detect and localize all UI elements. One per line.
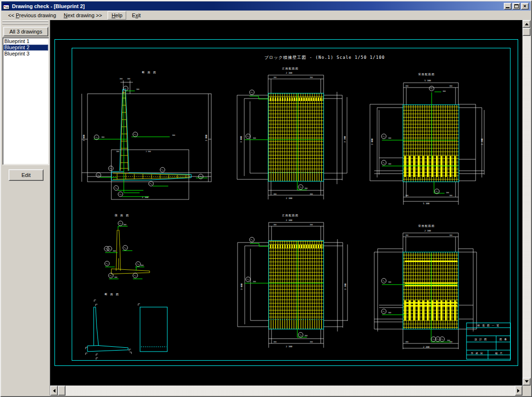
svg-text:3 300: 3 300 [344, 283, 347, 290]
window-title: Drawing check - [Blueprint 2] [10, 3, 504, 9]
section-rear-rebar-bottom: 2 300 300 300 300 300 2 300 300 300 300 … [374, 224, 477, 349]
title-block-row5b: 縮 尺 [495, 352, 503, 354]
svg-text:300: 300 [443, 90, 445, 92]
svg-text:3 000: 3 000 [205, 134, 207, 141]
menu-item-exit[interactable]: Exit [128, 11, 144, 19]
v-scrollbar [522, 20, 531, 386]
svg-text:5 300: 5 300 [423, 202, 430, 205]
svg-text:300: 300 [119, 78, 122, 80]
svg-text:300: 300 [273, 224, 276, 226]
svg-text:300: 300 [446, 192, 449, 194]
svg-text:300: 300 [388, 163, 391, 165]
svg-text:300: 300 [116, 151, 119, 153]
svg-text:3 000: 3 000 [240, 136, 242, 143]
svg-text:300: 300 [273, 77, 276, 78]
list-item-blueprint-2[interactable]: Blueprint 2 [3, 44, 48, 51]
rebar-grid [269, 241, 324, 329]
svg-text:300: 300 [114, 276, 117, 278]
maximize-icon [514, 4, 519, 8]
sheet-title: ブロック積擁壁工図 - (No.1) Scale 1/50 1/100 [264, 55, 385, 60]
svg-text:300: 300 [388, 281, 391, 283]
svg-text:背面配筋図: 背面配筋図 [418, 73, 435, 76]
svg-text:正面配筋図: 正面配筋図 [282, 67, 299, 70]
svg-text:300: 300 [310, 341, 313, 343]
section-wall-outline: 断 面 図 [86, 293, 167, 360]
blueprint-list[interactable]: Blueprint 1 Blueprint 2 Blueprint 3 [2, 37, 49, 165]
svg-text:300: 300 [405, 341, 408, 343]
svg-text:300: 300 [449, 234, 452, 236]
scroll-up-button[interactable] [522, 20, 531, 28]
svg-text:300: 300 [310, 224, 313, 226]
scroll-left-button[interactable] [50, 386, 58, 396]
svg-text:300: 300 [253, 137, 256, 139]
svg-text:300: 300 [136, 88, 139, 90]
section-rear-rebar-top: 5 300 300 300 3 000 3 300 5 300 300 300 … [370, 73, 484, 205]
svg-text:正面配筋図: 正面配筋図 [282, 214, 299, 217]
svg-text:2 300: 2 300 [286, 345, 293, 348]
section-front-rebar-top: 2 300 300 300 3 000 3 300 300 300 2 300 … [237, 67, 347, 199]
menu-bar: << Previous drawing Next drawing >> Help… [1, 11, 531, 20]
v-scroll-thumb[interactable] [522, 28, 531, 36]
section-front-rebar-bottom: 2 300 300 300 3 000 3 300 300 300 2 300 … [238, 214, 347, 348]
title-block-row3a: 設 計 図 [475, 338, 487, 341]
svg-text:300: 300 [113, 250, 116, 252]
title-block-row3b: 図 番 [499, 338, 507, 341]
h-scroll-track[interactable] [50, 386, 522, 396]
minimize-button[interactable] [504, 3, 511, 10]
svg-text:300: 300 [172, 134, 175, 136]
svg-text:5 300: 5 300 [424, 79, 431, 82]
svg-text:300: 300 [405, 85, 408, 87]
title-block-row5a: 作 成 日 [471, 352, 483, 355]
menu-item-next-drawing[interactable]: Next drawing >> [60, 11, 106, 19]
section-side-view: 300 300 300 300 側 面 図 [104, 214, 150, 279]
svg-text:300: 300 [405, 234, 408, 236]
close-button[interactable]: ✕ [521, 3, 529, 10]
svg-text:側 面 図: 側 面 図 [114, 214, 130, 217]
svg-text:2 300: 2 300 [286, 219, 293, 221]
title-block-row1: 構 造 図 一 覧 [477, 324, 499, 327]
svg-text:300: 300 [273, 193, 276, 195]
svg-text:300: 300 [304, 187, 307, 189]
cad-sheet: ブロック積擁壁工図 - (No.1) Scale 1/50 1/100 300 … [50, 20, 522, 386]
menu-item-previous-drawing[interactable]: << Previous drawing [4, 11, 60, 19]
edit-button[interactable]: Edit [9, 169, 43, 181]
maximize-button[interactable] [512, 3, 520, 10]
svg-text:3 000: 3 000 [83, 134, 85, 141]
app-window: Drawing check - [Blueprint 2] ✕ << Previ… [0, 0, 532, 397]
menu-item-help[interactable]: Help [108, 11, 126, 20]
arrow-down-icon [525, 380, 529, 385]
scrollbar-corner [522, 386, 531, 396]
svg-text:2 300: 2 300 [286, 197, 293, 199]
sidebar-gripper [2, 23, 48, 24]
svg-text:300: 300 [273, 341, 276, 343]
minimize-icon [506, 7, 510, 8]
svg-text:2 300: 2 300 [424, 230, 431, 232]
rebar-grid [268, 93, 324, 181]
title-bar: Drawing check - [Blueprint 2] ✕ [1, 1, 531, 11]
scroll-down-button[interactable] [522, 378, 531, 386]
svg-text:2 300: 2 300 [286, 72, 293, 74]
svg-text:300: 300 [127, 78, 130, 80]
svg-text:300: 300 [101, 136, 104, 138]
svg-text:300: 300 [388, 312, 391, 314]
arrow-left-icon [51, 389, 55, 393]
svg-text:断 面 図: 断 面 図 [142, 71, 157, 74]
scroll-right-button[interactable] [515, 386, 522, 396]
section-cross-section-main: 300 300 3 000 3 000 2 300 300 2 300 300 … [82, 71, 211, 199]
svg-text:3 300: 3 300 [481, 138, 483, 145]
h-scroll-thumb[interactable] [58, 386, 65, 396]
svg-text:300: 300 [388, 137, 391, 139]
window-controls: ✕ [504, 3, 530, 10]
h-scrollbar [50, 386, 522, 396]
list-item-blueprint-3[interactable]: Blueprint 3 [3, 51, 48, 57]
v-scroll-track[interactable] [522, 20, 531, 386]
svg-text:300: 300 [449, 85, 452, 87]
all-drawings-button[interactable]: All 3 drawings [3, 27, 48, 36]
app-icon [2, 2, 10, 10]
svg-text:背面配筋図: 背面配筋図 [418, 224, 435, 228]
svg-text:断 面 図: 断 面 図 [105, 293, 119, 296]
list-item-blueprint-1[interactable]: Blueprint 1 [3, 38, 48, 44]
sidebar: All 3 drawings Blueprint 1 Blueprint 2 B… [1, 20, 50, 396]
arrow-right-icon [517, 389, 521, 393]
svg-text:300: 300 [447, 340, 450, 342]
